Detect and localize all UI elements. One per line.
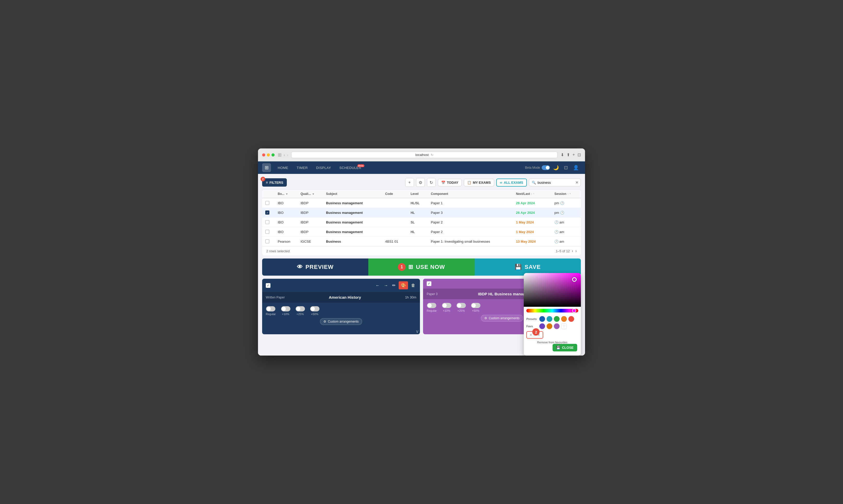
fullscreen-traffic-light[interactable]	[271, 154, 274, 157]
search-input[interactable]	[538, 181, 574, 184]
card1-palette-button[interactable]: 🎨	[399, 281, 408, 289]
window-icon[interactable]: ⊞	[278, 152, 282, 158]
nav-scheduler[interactable]: SCHEDULER Beta	[336, 164, 365, 172]
card2-25pct-toggle[interactable]	[456, 303, 466, 308]
presets-row: Presets	[526, 316, 578, 322]
regular-toggle[interactable]	[266, 306, 275, 311]
tabs-icon[interactable]: ⊡	[577, 152, 581, 157]
refresh-button[interactable]: ↻	[427, 178, 436, 187]
add-tab-icon[interactable]: +	[573, 152, 575, 157]
my-exams-button[interactable]: 📋 MY EXAMS	[464, 179, 494, 186]
preview-button[interactable]: 👁 PREVIEW	[262, 258, 368, 276]
add-button[interactable]: +	[405, 178, 414, 187]
rows-selected-label: 2 rows selected	[266, 249, 290, 253]
row5-checkbox[interactable]	[265, 239, 269, 244]
row2-checkbox[interactable]: ✓	[265, 211, 269, 215]
table-row: IBO IBDP Business management HL Paper 2 …	[262, 227, 581, 237]
row1-quali: IBDP	[301, 201, 324, 205]
app-logo: ⊞	[262, 163, 271, 172]
filter-button[interactable]: 2 ≡ FILTERS	[262, 178, 287, 186]
preset-teal-dot[interactable]	[546, 316, 552, 322]
row2-board: IBO	[278, 211, 299, 215]
card1-custom-arrangements[interactable]: ⚙ Custom arrangements	[320, 318, 362, 325]
use-now-button[interactable]: 1 ⊞ USE NOW	[368, 258, 474, 276]
display-icon-button[interactable]: ⊡	[562, 164, 570, 172]
color-gradient-picker[interactable]	[524, 273, 581, 307]
table-row: IBO IBDP Business management SL Paper 2 …	[262, 217, 581, 227]
row1-component: Paper 1	[431, 201, 514, 205]
card2-regular-toggle[interactable]	[427, 303, 436, 308]
download-icon[interactable]: ⬇	[561, 152, 564, 157]
pagination-info: 1–5 of 12	[556, 249, 570, 253]
quali-filter-icon[interactable]: ▼	[312, 193, 315, 195]
forward-button[interactable]: ›	[287, 153, 288, 157]
card2-time-option-regular: Regular	[427, 303, 437, 312]
card1-delete-button[interactable]: 🗑	[410, 283, 416, 288]
exam-table: Bo... ▼ Quali... ▼ Subject Code Level Co…	[262, 190, 581, 255]
settings-button[interactable]: ⚙	[416, 178, 425, 187]
hue-knob	[572, 309, 576, 313]
next-page-button[interactable]: ›	[575, 249, 577, 253]
nav-timer[interactable]: TIMER	[293, 164, 311, 172]
card1-header: ✓ ← → ✏ 🎨 🗑	[262, 279, 420, 292]
card2-50pct-toggle[interactable]	[471, 303, 480, 308]
address-bar[interactable]: localhost ↻	[291, 151, 557, 158]
preset-red-dot[interactable]	[569, 316, 574, 322]
card2-checkbox[interactable]: ✓	[427, 281, 431, 286]
traffic-lights	[262, 154, 274, 157]
today-button[interactable]: 📅 TODAY	[438, 179, 462, 186]
row3-checkbox[interactable]	[265, 220, 269, 224]
row1-checkbox[interactable]	[265, 201, 269, 205]
card2-time-option-10: +10%	[442, 303, 451, 312]
fav-heart-slot[interactable]: ♡	[561, 323, 567, 329]
row3-board: IBO	[278, 220, 299, 224]
row1-board: IBO	[278, 201, 299, 205]
all-exams-button[interactable]: ∞ ALL EXAMS	[496, 179, 527, 186]
hue-slider[interactable]	[526, 309, 578, 312]
picker-close-button[interactable]: 💾 CLOSE	[553, 344, 577, 352]
close-traffic-light[interactable]	[262, 154, 265, 157]
card2-custom-arrangements[interactable]: ⚙ Custom arrangements	[481, 315, 523, 322]
table-row: Pearson IGCSE Business 4BS1 01 Paper 1: …	[262, 237, 581, 246]
preset-green-dot[interactable]	[554, 316, 560, 322]
card1-checkbox[interactable]: ✓	[266, 283, 270, 288]
row4-checkbox[interactable]	[265, 230, 269, 234]
row5-subject: Business	[326, 239, 383, 244]
nav-display[interactable]: DISPLAY	[312, 164, 335, 172]
row2-quali: IBDP	[301, 211, 324, 215]
preset-blue-dot[interactable]	[539, 316, 545, 322]
card1-expand[interactable]: ∨	[262, 328, 420, 334]
minimize-traffic-light[interactable]	[267, 154, 270, 157]
preset-orange-dot[interactable]	[561, 316, 567, 322]
10pct-toggle[interactable]	[281, 306, 290, 311]
fav-amber-dot[interactable]	[546, 323, 552, 329]
fav-violet-dot[interactable]	[554, 323, 560, 329]
share-icon[interactable]: ⬆	[567, 152, 570, 157]
fav-x-1[interactable]: ✕	[530, 333, 532, 337]
main-content: 2 ≡ FILTERS + ⚙ ↻ 📅 TODAY 📋 MY EXAMS ∞ A…	[258, 174, 585, 356]
col-component: Component	[431, 192, 514, 196]
dark-mode-button[interactable]: 🌙	[551, 164, 561, 172]
row4-level: HL	[411, 230, 429, 234]
card1-edit-button[interactable]: ✏	[391, 282, 397, 288]
card2-10pct-toggle[interactable]	[442, 303, 451, 308]
row3-session: 🕐 am	[554, 220, 580, 224]
50pct-toggle[interactable]	[310, 306, 320, 311]
25pct-toggle[interactable]	[295, 306, 305, 311]
back-button[interactable]: ‹	[284, 153, 285, 157]
prev-page-button[interactable]: ‹	[572, 249, 573, 253]
session-sort-icon[interactable]: ↑	[567, 193, 569, 195]
fav-purple-dot[interactable]	[539, 323, 545, 329]
nav-home[interactable]: HOME	[274, 164, 292, 172]
user-icon-button[interactable]: 👤	[571, 164, 581, 172]
infinity-icon: ∞	[500, 181, 502, 184]
reload-icon[interactable]: ↻	[431, 153, 433, 157]
beta-toggle-switch[interactable]	[542, 165, 550, 170]
card1-next-button[interactable]: →	[383, 283, 389, 288]
board-filter-icon[interactable]: ▼	[286, 193, 288, 195]
date-sort-icon[interactable]: ↑	[531, 193, 532, 195]
browser-window: ⊞ ‹ › localhost ↻ ⬇ ⬆ + ⊡ ⊞ HOME TIMER D…	[258, 148, 585, 356]
row4-date: 1 May 2024	[516, 230, 552, 234]
card1-prev-button[interactable]: ←	[375, 283, 381, 288]
search-clear-button[interactable]: ✕	[575, 180, 578, 184]
